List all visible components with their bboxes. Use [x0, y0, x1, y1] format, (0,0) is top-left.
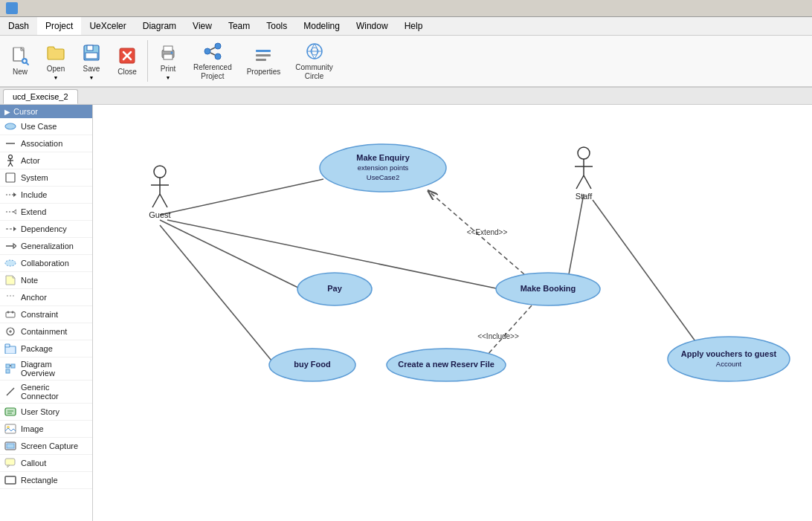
svg-rect-8 — [87, 45, 93, 51]
sidebar-item-actor[interactable]: Actor — [0, 152, 92, 169]
sidebar-item-use-case[interactable]: Use Case — [0, 118, 92, 135]
svg-rect-55 — [6, 364, 10, 368]
svg-point-81 — [320, 144, 446, 192]
containment-icon — [4, 326, 16, 337]
usecase-buy-food[interactable]: buy Food — [269, 349, 355, 381]
usecase-apply-vouchers-to-guest[interactable]: Apply vouchers to guestAccount — [668, 337, 790, 381]
toolbar-btn-open[interactable]: Open▼ — [39, 37, 73, 85]
sidebar-label-diagram-overview: Diagram Overview — [21, 360, 88, 378]
sidebar-label-constraint: Constraint — [21, 310, 58, 319]
menu-item-uexceler[interactable]: UeXceler — [81, 17, 134, 35]
svg-rect-56 — [11, 364, 15, 368]
svg-point-76 — [578, 147, 590, 159]
sidebar-item-include[interactable]: Include — [0, 187, 92, 204]
sidebar-item-diagram-overview[interactable]: Diagram Overview — [0, 357, 92, 381]
menu-item-window[interactable]: Window — [348, 17, 396, 35]
save-icon — [81, 42, 102, 63]
actor-guest[interactable]: Guest — [149, 166, 170, 219]
svg-line-79 — [576, 175, 584, 189]
actor-staff[interactable]: Staff — [575, 147, 593, 201]
connection-3 — [167, 220, 500, 289]
print-dropdown-arrow[interactable]: ▼ — [166, 75, 171, 80]
sidebar-label-note: Note — [21, 276, 38, 285]
sidebar-item-note[interactable]: Note — [0, 272, 92, 289]
sidebar-label-callout: Callout — [21, 459, 46, 467]
sidebar-label-use-case: Use Case — [21, 122, 57, 131]
usecase-make-enquiry[interactable]: Make Enquiryextension pointsUseCase2 — [320, 144, 446, 192]
open-dropdown-arrow[interactable]: ▼ — [54, 75, 59, 80]
cursor-arrow-icon: ▶ — [4, 108, 10, 116]
toolbar-btn-save[interactable]: Save▼ — [74, 37, 109, 85]
connection-4 — [428, 190, 524, 274]
svg-point-85 — [387, 349, 506, 381]
usecase-pay[interactable]: Pay — [297, 273, 372, 305]
sidebar-item-image[interactable]: Image — [0, 421, 92, 438]
tab-ucd_excise_2[interactable]: ucd_Execise_2 — [3, 89, 78, 104]
menu-item-help[interactable]: Help — [396, 17, 431, 35]
toolbar-btn-new[interactable]: New — [3, 37, 37, 85]
menu-item-modeling[interactable]: Modeling — [295, 17, 348, 35]
sidebar-item-collaboration[interactable]: Collaboration — [0, 255, 92, 272]
sidebar-item-anchor[interactable]: Anchor — [0, 289, 92, 306]
svg-rect-67 — [5, 459, 15, 465]
svg-marker-39 — [13, 210, 16, 214]
sidebar-item-package[interactable]: Package — [0, 340, 92, 357]
toolbar-btn-referenced-project[interactable]: ReferencedProject — [187, 37, 239, 85]
menu-item-team[interactable]: Team — [220, 17, 258, 35]
connection-0 — [160, 179, 323, 215]
usecase-create-a-new-reserv-file[interactable]: Create a new Reserv File — [387, 349, 506, 381]
toolbar-btn-community-circle[interactable]: CommunityCircle — [289, 37, 340, 85]
svg-point-49 — [12, 311, 14, 314]
sidebar-item-user-story[interactable]: User Story — [0, 404, 92, 421]
sidebar-label-dependency: Dependency — [21, 224, 67, 233]
community-circle-icon — [304, 41, 325, 62]
new-icon — [10, 45, 30, 66]
usecase-make-booking[interactable]: Make Booking — [496, 273, 600, 305]
diagram-canvas[interactable]: <<Extend>><<Include>>GuestStaffMake Enqu… — [93, 105, 812, 521]
sidebar-cursor-header[interactable]: ▶Cursor — [0, 105, 92, 118]
menu-item-dash[interactable]: Dash — [0, 17, 37, 35]
sidebar-item-extend[interactable]: Extend — [0, 204, 92, 221]
menu-item-view[interactable]: View — [184, 17, 220, 35]
save-dropdown-arrow[interactable]: ▼ — [89, 75, 94, 80]
sidebar-item-screen-capture[interactable]: Screen Capture — [0, 438, 92, 455]
sidebar-item-dependency[interactable]: Dependency — [0, 221, 92, 238]
sidebar-label-user-story: User Story — [21, 407, 59, 416]
diagram-overview-icon — [4, 363, 16, 375]
usecase-text: Make Booking — [521, 284, 576, 293]
toolbar-btn-print[interactable]: Print▼ — [151, 37, 185, 85]
sidebar-label-image: Image — [21, 424, 44, 433]
svg-rect-24 — [256, 59, 266, 61]
sidebar-item-generalization[interactable]: Generalization — [0, 238, 92, 255]
sidebar-item-generic-connector[interactable]: Generic Connector — [0, 381, 92, 404]
sidebar-item-containment[interactable]: Containment — [0, 323, 92, 340]
dependency-icon — [4, 223, 16, 235]
menu-item-tools[interactable]: Tools — [258, 17, 295, 35]
toolbar-label-open: Open — [47, 65, 65, 74]
connection-7 — [593, 200, 695, 341]
sidebar-item-constraint[interactable]: Constraint — [0, 306, 92, 323]
svg-line-74 — [152, 194, 160, 207]
usecase-text: UseCase2 — [367, 173, 399, 181]
menu-item-project[interactable]: Project — [37, 17, 81, 35]
line-icon — [4, 137, 16, 149]
constraint-icon — [4, 308, 16, 320]
sidebar-item-system[interactable]: System — [0, 169, 92, 187]
sidebar-item-callout[interactable]: Callout — [0, 455, 92, 472]
svg-line-80 — [584, 175, 591, 189]
sidebar-item-association[interactable]: Association — [0, 135, 92, 152]
svg-line-20 — [210, 48, 215, 50]
referenced-project-icon — [202, 41, 223, 62]
svg-point-17 — [204, 48, 210, 54]
toolbar-btn-close[interactable]: Close — [110, 37, 144, 85]
svg-rect-9 — [86, 53, 97, 59]
svg-rect-14 — [164, 46, 173, 51]
sidebar-label-anchor: Anchor — [21, 293, 47, 302]
toolbar-btn-properties[interactable]: Properties — [240, 37, 288, 85]
sidebar-label-system: System — [21, 173, 48, 182]
sidebar-item-rectangle[interactable]: Rectangle — [0, 472, 92, 489]
callout-icon — [4, 457, 16, 469]
usecase-text: buy Food — [294, 360, 331, 369]
main-layout: ▶CursorUse CaseAssociationActorSystemInc… — [0, 105, 812, 521]
menu-item-diagram[interactable]: Diagram — [135, 17, 184, 35]
